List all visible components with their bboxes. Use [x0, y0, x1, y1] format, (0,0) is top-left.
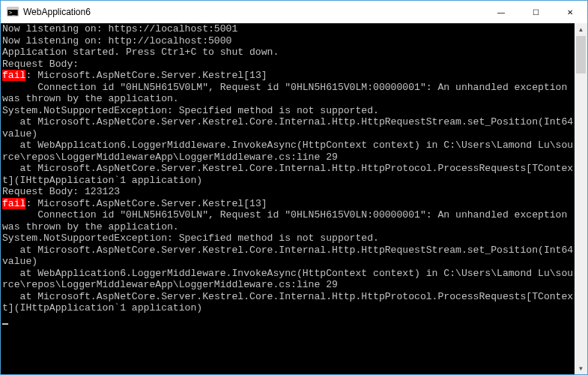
maximize-button[interactable]: ☐ — [518, 1, 553, 23]
scroll-up-button[interactable]: ▲ — [575, 23, 587, 36]
scroll-down-button[interactable]: ▼ — [575, 362, 587, 375]
log-level-fail: fail — [2, 198, 25, 209]
log-level-fail: fail — [2, 70, 25, 81]
console-cursor — [2, 323, 8, 325]
window-controls: — ☐ ✕ — [484, 1, 587, 23]
console-area: Now listening on: https://localhost:5001… — [1, 23, 587, 375]
close-button[interactable]: ✕ — [553, 1, 587, 23]
svg-text:>_: >_ — [9, 10, 16, 16]
scroll-thumb[interactable] — [576, 36, 586, 74]
scroll-track[interactable] — [575, 36, 587, 362]
app-icon: >_ — [7, 6, 19, 18]
window-titlebar[interactable]: >_ WebApplication6 — ☐ ✕ — [1, 1, 587, 23]
vertical-scrollbar[interactable]: ▲ ▼ — [575, 23, 587, 375]
window-title: WebApplication6 — [23, 7, 91, 17]
minimize-button[interactable]: — — [484, 1, 518, 23]
console-output[interactable]: Now listening on: https://localhost:5001… — [1, 23, 575, 375]
